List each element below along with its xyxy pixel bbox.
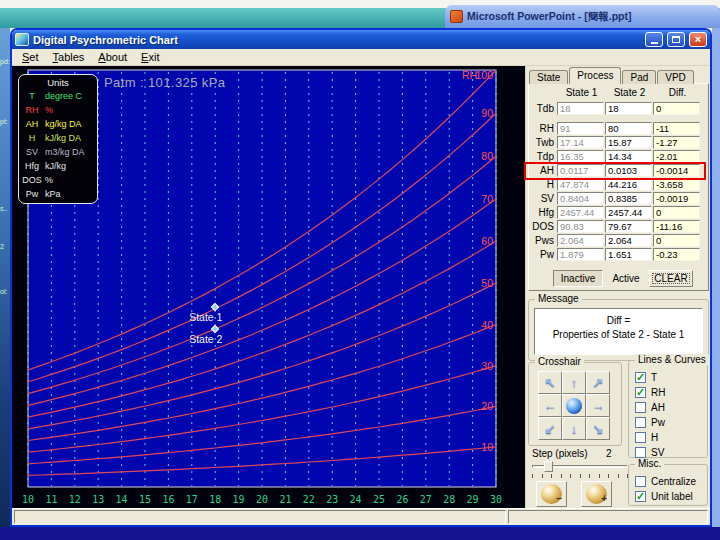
units-row: DOS% (19, 173, 97, 187)
checkbox-t[interactable] (635, 372, 646, 383)
x-tick-label-29: 29 (467, 494, 479, 505)
crosshair-up-right-button[interactable]: ↗ (586, 371, 610, 394)
titlebar[interactable]: Digital Psychrometric Chart × (12, 30, 710, 49)
cell-dos-s2[interactable]: 79.67 (605, 220, 652, 233)
slider-tick (618, 474, 619, 478)
cell-pw-s1[interactable]: 1.879 (557, 248, 604, 261)
slider-tick (589, 474, 590, 478)
crosshair-up-button[interactable]: ↑ (562, 371, 586, 394)
cell-rh-diff[interactable]: -11 (653, 122, 700, 135)
menu-item-set[interactable]: Set (15, 50, 46, 64)
clear-button[interactable]: CLEAR (649, 270, 693, 287)
crosshair-center-button[interactable] (562, 394, 586, 417)
checkbox-row-h: H (635, 430, 707, 444)
crosshair-left-button[interactable]: ← (538, 394, 562, 417)
message-groupbox-label: Message (535, 293, 582, 304)
checkbox-label-centralize: Centralize (651, 476, 696, 487)
crosshair-down-button[interactable]: ↓ (562, 417, 586, 440)
row-label: Hfg (531, 206, 557, 219)
slider-tick (542, 474, 543, 478)
unit-symbol: DOS (19, 173, 45, 187)
checkbox-row-rh: RH (635, 385, 707, 399)
cell-dos-diff[interactable]: -11.16 (653, 220, 700, 233)
cell-rh-s1[interactable]: 91 (557, 122, 604, 135)
zoom-buttons-row: − + (536, 481, 612, 507)
cell-pw-s2[interactable]: 1.651 (605, 248, 652, 261)
x-tick-label-11: 11 (45, 494, 57, 505)
checkbox-label-h: H (651, 432, 658, 443)
desktop-icon-text: pd: (0, 58, 10, 65)
arrow-down-icon: ↓ (571, 421, 578, 436)
cell-tdb-s2[interactable]: 18 (605, 102, 652, 115)
cell-twb-s1[interactable]: 17.14 (557, 136, 604, 149)
minimize-icon (651, 42, 658, 44)
inactive-button[interactable]: Inactive (553, 270, 603, 287)
checkbox-unit-label[interactable] (635, 491, 646, 502)
tab-vpd[interactable]: VPD (657, 70, 694, 84)
message-line1: Diff = (535, 314, 702, 328)
x-tick-label-16: 16 (162, 494, 174, 505)
cell-dos-s1[interactable]: 90.83 (557, 220, 604, 233)
unit-value: % (45, 173, 97, 187)
cell-rh-s2[interactable]: 80 (605, 122, 652, 135)
highlight-annotation-ah-row (524, 162, 706, 180)
cell-pw-diff[interactable]: -0.23 (653, 248, 700, 261)
slider-tick (570, 474, 571, 478)
menu-item-exit[interactable]: Exit (134, 50, 166, 64)
crosshair-down-left-button[interactable]: ↙ (538, 417, 562, 440)
crosshair-groupbox: Crosshair ↖↑↗←→↙↓↘ (528, 362, 622, 446)
desktop-icon-text: 2 (0, 243, 4, 250)
desktop-icon-text: s.. (0, 205, 7, 212)
x-tick-label-24: 24 (350, 494, 362, 505)
slider-thumb[interactable] (544, 461, 553, 472)
x-tick-label-17: 17 (186, 494, 198, 505)
units-legend-rows: Tdegree CRH%AHkg/kg DAHkJ/kg DASVm3/kg D… (19, 89, 97, 201)
crosshair-right-button[interactable]: → (586, 394, 610, 417)
checkbox-label-t: T (651, 372, 657, 383)
checkbox-rh[interactable] (635, 387, 646, 398)
checkbox-h[interactable] (635, 432, 646, 443)
checkbox-row-sv: SV (635, 445, 707, 459)
crosshair-groupbox-label: Crosshair (535, 356, 584, 367)
checkbox-sv[interactable] (635, 447, 646, 458)
cell-tdb-s1[interactable]: 18 (557, 102, 604, 115)
menu-item-about[interactable]: About (91, 50, 134, 64)
cell-pws-s1[interactable]: 2.064 (557, 234, 604, 247)
chart-area[interactable]: RH10090807060504030201010111213141516171… (12, 66, 525, 508)
cell-sv-s2[interactable]: 0.8385 (605, 192, 652, 205)
zoom-out-button[interactable]: − (536, 481, 567, 507)
crosshair-up-left-button[interactable]: ↖ (538, 371, 562, 394)
cell-hfg-diff[interactable]: 0 (653, 206, 700, 219)
cell-sv-diff[interactable]: -0.0019 (653, 192, 700, 205)
powerpoint-titlebar[interactable]: Microsoft PowerPoint - [簡報.ppt] (445, 5, 720, 28)
close-button[interactable]: × (689, 32, 707, 47)
desktop-edge-strip: pd:pt:s..2ol: (0, 28, 10, 527)
arrow-right-icon: → (592, 398, 605, 413)
cell-pws-diff[interactable]: 0 (653, 234, 700, 247)
plot-area[interactable] (28, 70, 496, 487)
row-label: Pws (531, 234, 557, 247)
state-label-1: State 1 (189, 311, 222, 323)
restore-button[interactable] (667, 32, 685, 47)
menu-item-tables[interactable]: Tables (46, 50, 92, 64)
cell-tdb-diff[interactable]: 0 (653, 102, 700, 115)
tab-pad[interactable]: Pad (622, 70, 656, 84)
checkbox-centralize[interactable] (635, 476, 646, 487)
cell-twb-diff[interactable]: -1.27 (653, 136, 700, 149)
active-button[interactable]: Active (603, 273, 649, 284)
minimize-button[interactable] (645, 32, 663, 47)
step-slider[interactable] (532, 461, 628, 471)
zoom-in-button[interactable]: + (581, 481, 612, 507)
arrow-up-icon: ↑ (571, 375, 578, 390)
checkbox-ah[interactable] (635, 402, 646, 413)
table-row-dos: DOS90.8379.67-11.16 (531, 220, 701, 233)
tab-process[interactable]: Process (569, 67, 621, 84)
tab-state[interactable]: State (529, 70, 568, 84)
cell-sv-s1[interactable]: 0.8404 (557, 192, 604, 205)
cell-hfg-s1[interactable]: 2457.44 (557, 206, 604, 219)
checkbox-pw[interactable] (635, 417, 646, 428)
cell-hfg-s2[interactable]: 2457.44 (605, 206, 652, 219)
crosshair-down-right-button[interactable]: ↘ (586, 417, 610, 440)
cell-pws-s2[interactable]: 2.064 (605, 234, 652, 247)
cell-twb-s2[interactable]: 15.87 (605, 136, 652, 149)
